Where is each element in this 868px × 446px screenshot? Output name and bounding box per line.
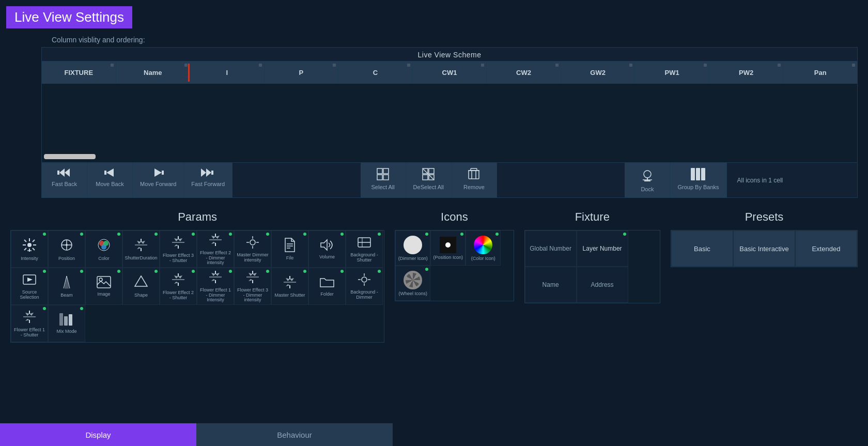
- param-master-shutter[interactable]: Master Shutter: [271, 268, 308, 305]
- param-shutter-duration[interactable]: ShutterDuration: [122, 230, 160, 268]
- deselect-all-button[interactable]: DeSelect All: [406, 163, 452, 197]
- fast-back-button[interactable]: Fast Back: [42, 163, 87, 197]
- param-label-intensity: Intensity: [21, 256, 38, 262]
- column-header-pw1[interactable]: PW1: [635, 61, 709, 84]
- icon-wheel-icons[interactable]: (Wheel Icons): [395, 266, 430, 301]
- tab-behaviour[interactable]: Behaviour: [196, 423, 393, 446]
- icon-label-wheel-icons: (Wheel Icons): [398, 291, 427, 296]
- icon-color-icon[interactable]: (Color Icon): [466, 230, 501, 266]
- svg-marker-4: [106, 168, 114, 177]
- param-volume[interactable]: Volume: [308, 230, 346, 268]
- column-header-i[interactable]: I: [190, 61, 265, 84]
- svg-rect-9: [211, 171, 213, 175]
- svg-point-94: [362, 277, 367, 282]
- fixture-layer-number[interactable]: Layer Number: [577, 230, 628, 267]
- move-back-button[interactable]: Move Back: [87, 163, 133, 197]
- dock-button[interactable]: Dock: [625, 163, 670, 197]
- move-forward-button[interactable]: Move Forward: [133, 163, 184, 197]
- param-master-dimmer-intensity[interactable]: Master Dimmer intensity: [234, 230, 271, 268]
- param-source-selection[interactable]: Source Selection: [11, 268, 48, 305]
- param-intensity[interactable]: Intensity: [11, 230, 48, 268]
- param-dot-flower3-intensity: [266, 270, 269, 273]
- param-image[interactable]: Image: [85, 268, 122, 305]
- param-label-image: Image: [97, 292, 110, 297]
- fast-back-label: Fast Back: [52, 181, 77, 187]
- column-header-gw2[interactable]: GW2: [561, 61, 636, 84]
- param-position[interactable]: Position: [48, 230, 85, 268]
- param-background-shutter[interactable]: Background - Shutter: [346, 230, 383, 268]
- param-flower1-shutter[interactable]: Flower Effect 1 - Shutter: [11, 305, 48, 342]
- param-icon-background-shutter: [357, 236, 371, 251]
- group-by-banks-button[interactable]: Group By Banks: [670, 163, 726, 197]
- param-icon-volume: [320, 239, 334, 253]
- param-mix-mode[interactable]: Mix Mode: [48, 305, 85, 342]
- fixture-global-number[interactable]: Global Number: [525, 230, 577, 267]
- preset-basic[interactable]: Basic: [671, 230, 733, 267]
- select-all-button[interactable]: Select All: [361, 163, 406, 197]
- param-color[interactable]: Color: [85, 230, 122, 268]
- fixture-label-address: Address: [591, 281, 614, 288]
- column-header-p[interactable]: P: [265, 61, 339, 84]
- param-folder[interactable]: Folder: [308, 268, 346, 305]
- scrollbar-track[interactable]: [44, 154, 96, 159]
- param-flower3-shutter[interactable]: Flower Effect 3 - Shutter: [160, 230, 197, 268]
- params-title: Params: [10, 210, 384, 224]
- param-icon-flower1-intensity: [208, 270, 223, 286]
- param-dot-background-dimmer: [378, 270, 381, 273]
- column-header-name[interactable]: Name: [116, 61, 191, 84]
- param-flower3-intensity[interactable]: Flower Effect 3 - Dimmer intensity: [234, 268, 271, 305]
- toolbar-row: Fast BackMove BackMove ForwardFast Forwa…: [42, 162, 857, 197]
- icon-position-icon[interactable]: (Position Icon): [430, 230, 466, 266]
- param-dot-file: [303, 233, 306, 236]
- param-file[interactable]: File: [271, 230, 308, 268]
- columns-row: FIXTURENameIPCCW1CW2GW2PW1PW2Pan: [42, 61, 857, 84]
- param-dot-color: [117, 233, 120, 236]
- preset-extended[interactable]: Extended: [795, 230, 857, 267]
- svg-rect-13: [383, 175, 389, 180]
- tab-display[interactable]: Display: [0, 423, 196, 446]
- column-header-cw1[interactable]: CW1: [413, 61, 487, 84]
- column-header-c[interactable]: C: [338, 61, 413, 84]
- param-flower2-shutter[interactable]: Flower Effect 2 - Shutter: [160, 268, 197, 305]
- params-grid: Intensity Position Color ShutterDuration…: [10, 230, 384, 343]
- remove-button[interactable]: Remove: [452, 163, 497, 197]
- icon-label-dimmer-icon: (Dimmer Icon): [398, 256, 428, 261]
- param-background-dimmer[interactable]: Background - Dimmer: [346, 268, 383, 305]
- param-icon-shape: [134, 275, 148, 291]
- column-header-pw2[interactable]: PW2: [709, 61, 784, 84]
- icon-dimmer-icon[interactable]: (Dimmer Icon): [395, 230, 430, 266]
- param-beam[interactable]: Beam: [48, 268, 85, 305]
- param-dot-flower2-intensity: [229, 233, 232, 236]
- svg-point-48: [101, 244, 106, 250]
- preset-basic-interactive[interactable]: Basic Interactive: [733, 230, 795, 267]
- fast-forward-button[interactable]: Fast Forward: [184, 163, 233, 197]
- preset-label-basic: Basic: [694, 245, 710, 253]
- svg-line-36: [33, 248, 35, 250]
- param-icon-master-dimmer-intensity: [246, 236, 259, 251]
- param-shape[interactable]: Shape: [122, 268, 160, 305]
- param-icon-position: [59, 237, 74, 255]
- tab-label-display: Display: [85, 430, 111, 439]
- icon-dot-position-icon: [460, 233, 463, 236]
- column-header-fixture[interactable]: FIXTURE: [42, 61, 116, 84]
- column-header-cw2[interactable]: CW2: [487, 61, 561, 84]
- param-dot-flower1-intensity: [229, 270, 232, 273]
- param-flower1-intensity[interactable]: Flower Effect 1 - Dimmer Intensity: [197, 268, 234, 305]
- svg-line-38: [24, 248, 26, 250]
- svg-rect-30: [701, 168, 705, 180]
- svg-rect-15: [429, 168, 434, 174]
- column-header-pan[interactable]: Pan: [783, 61, 857, 84]
- fixture-name[interactable]: Name: [525, 267, 577, 303]
- fixture-address[interactable]: Address: [577, 267, 628, 303]
- dock-label: Dock: [641, 186, 654, 192]
- svg-rect-98: [59, 313, 63, 326]
- param-flower2-intensity[interactable]: Flower Effect 2 - Dimmer intensity: [197, 230, 234, 268]
- position-square: [440, 237, 456, 253]
- svg-rect-6: [162, 171, 164, 175]
- svg-marker-77: [135, 276, 147, 286]
- param-label-flower1-shutter: Flower Effect 1 - Shutter: [13, 328, 45, 338]
- param-icon-file: [284, 238, 296, 254]
- icon-dot-wheel-icons: [425, 268, 428, 271]
- param-icon-image: [97, 276, 111, 290]
- param-icon-shutter-duration: [134, 238, 148, 254]
